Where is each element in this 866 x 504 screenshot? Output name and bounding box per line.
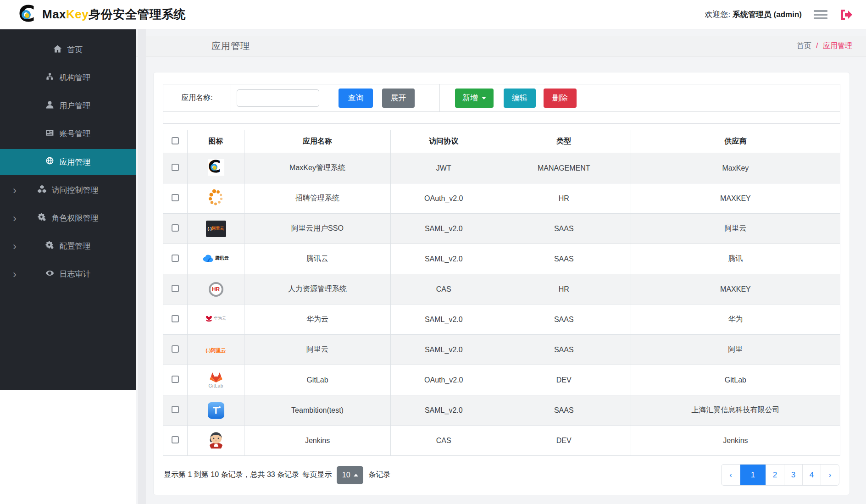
table-row[interactable]: 腾讯云腾讯云SAML_v2.0SAAS腾讯 [163,244,840,274]
gitlab-icon: GitLab [208,377,223,384]
next-page-button[interactable]: › [821,465,839,485]
current-user: 系统管理员 (admin) [733,10,802,19]
row-checkbox[interactable] [172,224,179,232]
query-button[interactable]: 查询 [339,89,373,108]
teambition-icon: T [208,407,224,415]
edit-button[interactable]: 编辑 [504,89,536,108]
row-checkbox[interactable] [172,376,179,383]
cell-protocol: SAML_v2.0 [390,395,497,426]
sidebar-item-label: 访问控制管理 [52,185,99,195]
cell-name: 阿里云用户SSO [244,214,391,244]
row-checkbox[interactable] [172,436,179,443]
cell-protocol: SAML_v2.0 [390,214,497,244]
gears-icon [45,241,54,252]
table-row[interactable]: GitLabGitLabOAuth_v2.0DEVGitLab [163,365,840,395]
vertical-scrollbar[interactable] [138,29,146,504]
column-header: 供应商 [631,130,840,153]
row-checkbox[interactable] [172,255,179,262]
add-button[interactable]: 新增 [455,89,494,108]
page-button-2[interactable]: 2 [766,465,784,485]
row-checkbox[interactable] [172,194,179,201]
cell-protocol: OAuth_v2.0 [390,365,497,395]
main-content: 应用管理 首页 / 应用管理 应用名称: 查询 展开 新增 编辑 删除 [136,29,866,504]
page-title: 应用管理 [211,40,250,52]
page-button-3[interactable]: 3 [784,465,802,485]
app-name-input[interactable] [237,89,319,107]
page-button-1[interactable]: 1 [740,465,766,485]
chevron-right-icon: › [13,185,17,196]
sidebar-item-6[interactable]: ›访问控制管理 [0,176,136,204]
column-header: 应用名称 [244,130,391,153]
sidebar-item-label: 账号管理 [60,128,91,139]
alibaba-cloud-dark-icon: (-)阿里云 [206,224,226,232]
cell-app_type: SAAS [497,395,631,426]
huawei-cloud-icon: 华为云 [205,316,226,323]
table-row[interactable]: CMaxKey管理系统JWTMANAGEMENTMaxKey [163,153,840,183]
select-all-checkbox[interactable] [172,137,179,144]
cell-app_type: SAAS [497,214,631,244]
delete-button[interactable]: 删除 [544,89,577,108]
maxkey-bullseye-icon: C [208,169,224,177]
cell-app_type: DEV [497,426,631,456]
cell-name: 华为云 [244,305,391,335]
table-row[interactable]: (-)阿里云阿里云SAML_v2.0SAAS阿里 [163,335,840,365]
cell-name: 阿里云 [244,335,391,365]
cell-name: MaxKey管理系统 [244,153,391,183]
sidebar-item-3[interactable]: 用户管理 [0,92,136,120]
column-header: 访问协议 [390,130,497,153]
table-row[interactable]: 华为云华为云SAML_v2.0SAAS华为 [163,305,840,335]
expand-button[interactable]: 展开 [382,89,415,108]
page-button-4[interactable]: 4 [802,465,821,485]
table-row[interactable]: HR人力资源管理系统CASHRMAXKEY [163,274,840,305]
orange-dot-spinner-icon [207,200,225,208]
pagination-bar: 显示第 1 到第 10 条记录，总共 33 条记录 每页显示 10 条记录 ‹1… [163,464,840,486]
toolbar-divider [439,84,440,111]
sidebar-item-1[interactable]: 首页 [0,36,136,64]
hamburger-menu-icon[interactable] [814,10,827,19]
prev-page-button[interactable]: ‹ [722,465,740,485]
page-header: 应用管理 首页 / 应用管理 [136,36,866,57]
cell-vendor: Jenkins [631,426,840,456]
sidebar-item-7[interactable]: ›角色权限管理 [0,204,136,232]
sidebar-item-8[interactable]: ›配置管理 [0,232,136,260]
cell-vendor: MAXKEY [631,183,840,214]
cell-app_type: DEV [497,365,631,395]
cell-vendor: GitLab [631,365,840,395]
logout-icon[interactable] [839,9,852,21]
cell-vendor: 腾讯 [631,244,840,274]
cell-protocol: SAML_v2.0 [390,335,497,365]
id-card-icon [45,128,54,139]
table-row[interactable]: (-)阿里云阿里云用户SSOSAML_v2.0SAAS阿里云 [163,214,840,244]
row-checkbox[interactable] [172,345,179,353]
cell-name: 人力资源管理系统 [244,274,391,305]
brand: C MaxKey身份安全管理系统 [18,4,186,25]
sidebar-item-9[interactable]: ›日志审计 [0,260,136,288]
user-icon [45,100,54,111]
sidebar-nav: 首页机构管理用户管理账号管理应用管理›访问控制管理›角色权限管理›配置管理›日志… [0,29,136,390]
cell-vendor: MaxKey [631,153,840,183]
breadcrumb-home-link[interactable]: 首页 [797,42,811,50]
cell-vendor: 阿里 [631,335,840,365]
jenkins-icon [207,443,225,450]
sidebar-item-label: 机构管理 [60,72,91,83]
sidebar-item-5[interactable]: 应用管理 [0,149,136,175]
row-checkbox[interactable] [172,164,179,171]
cell-protocol: OAuth_v2.0 [390,183,497,214]
table-row[interactable]: TTeambition(test)SAML_v2.0SAAS上海汇翼信息科技有限… [163,395,840,426]
breadcrumb: 首页 / 应用管理 [797,41,852,51]
tencent-cloud-icon: 腾讯云 [203,256,229,264]
cell-app_type: SAAS [497,335,631,365]
column-header: 类型 [497,130,631,153]
table-row[interactable]: 招聘管理系统OAuth_v2.0HRMAXKEY [163,183,840,214]
row-checkbox[interactable] [172,315,179,322]
table-header-row: 图标应用名称访问协议类型供应商 [163,130,840,153]
sidebar-item-2[interactable]: 机构管理 [0,64,136,92]
home-icon [53,44,62,55]
row-checkbox[interactable] [172,285,179,292]
cell-protocol: CAS [390,426,497,456]
table-row[interactable]: JenkinsCASDEVJenkins [163,426,840,456]
sidebar-item-4[interactable]: 账号管理 [0,120,136,148]
cell-name: 招聘管理系统 [244,183,391,214]
page-size-dropdown[interactable]: 10 [337,466,363,484]
row-checkbox[interactable] [172,406,179,413]
